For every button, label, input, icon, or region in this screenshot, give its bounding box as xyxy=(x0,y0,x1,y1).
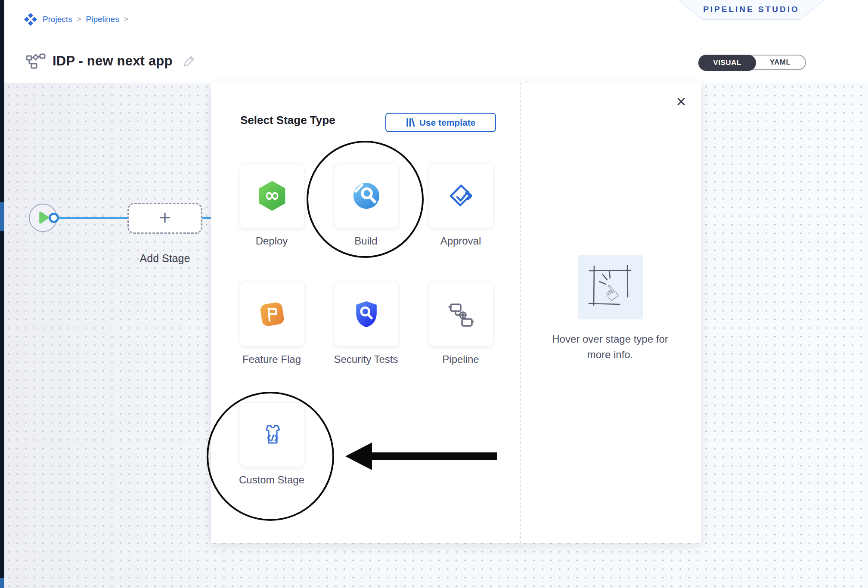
panel-divider xyxy=(520,83,521,543)
connector-line xyxy=(202,217,211,219)
add-stage-label: Add Stage xyxy=(127,252,202,265)
toggle-visual-option[interactable]: VISUAL xyxy=(698,55,756,71)
top-bar: Projects > Pipelines > PIPELINE STUDIO xyxy=(4,0,868,39)
stage-label-custom-stage: Custom Stage xyxy=(233,473,310,487)
projects-logo-icon xyxy=(23,12,38,27)
modal-title: Select Stage Type xyxy=(240,114,335,127)
feature-flag-icon xyxy=(256,298,288,330)
left-nav-sliver xyxy=(0,0,4,588)
use-template-label: Use template xyxy=(419,118,476,128)
template-icon xyxy=(406,118,415,127)
play-icon xyxy=(40,213,48,222)
stage-card-pipeline[interactable] xyxy=(429,282,493,347)
nav-active-indicator xyxy=(0,202,4,231)
stage-card-deploy[interactable]: ∞ xyxy=(240,164,304,228)
start-node-connector xyxy=(49,213,59,223)
pipeline-stage-icon xyxy=(446,299,477,330)
stage-card-build[interactable] xyxy=(334,164,399,228)
hover-info-illustration: ☝ xyxy=(578,255,643,319)
visual-yaml-toggle[interactable]: VISUAL YAML xyxy=(698,55,806,70)
stage-card-approval[interactable] xyxy=(429,164,493,228)
hover-hint-text: Hover over stage type for more info. xyxy=(541,331,679,362)
select-stage-modal: Select Stage Type Use template ∞ xyxy=(211,83,701,543)
deploy-icon: ∞ xyxy=(256,180,288,212)
page-title: IDP - new next app xyxy=(53,53,173,69)
nav-bottom-indicator xyxy=(0,578,4,588)
approval-icon xyxy=(446,180,477,211)
connector-line xyxy=(58,217,127,219)
security-tests-icon xyxy=(352,299,381,329)
stage-label-feature-flag: Feature Flag xyxy=(233,353,310,366)
breadcrumb: Projects > Pipelines > xyxy=(23,0,128,39)
stage-label-deploy: Deploy xyxy=(229,234,315,248)
stage-card-feature-flag[interactable] xyxy=(240,282,304,347)
stage-label-pipeline: Pipeline xyxy=(418,353,504,366)
breadcrumb-pipelines[interactable]: Pipelines xyxy=(86,15,119,24)
build-icon xyxy=(351,181,381,211)
breadcrumb-separator: > xyxy=(124,15,128,24)
add-stage-button[interactable]: + xyxy=(127,203,202,234)
title-bar: IDP - new next app VISUAL YAML xyxy=(4,39,868,83)
plus-icon: + xyxy=(159,207,171,227)
svg-text:∞: ∞ xyxy=(264,184,280,206)
use-template-button[interactable]: Use template xyxy=(385,113,496,132)
pipeline-studio-page: Projects > Pipelines > PIPELINE STUDIO I… xyxy=(0,0,868,588)
breadcrumb-projects[interactable]: Projects xyxy=(43,15,72,24)
stage-card-custom-stage[interactable] xyxy=(240,402,304,467)
stage-label-build: Build xyxy=(323,234,409,248)
edit-pencil-icon[interactable] xyxy=(183,55,195,67)
stage-card-security-tests[interactable] xyxy=(334,282,399,347)
toggle-yaml-option[interactable]: YAML xyxy=(755,56,805,69)
stage-label-approval: Approval xyxy=(418,234,504,248)
custom-stage-icon xyxy=(257,419,288,450)
pipeline-studio-badge-label: PIPELINE STUDIO xyxy=(679,0,824,19)
stage-label-security-tests: Security Tests xyxy=(327,353,405,366)
breadcrumb-separator: > xyxy=(77,15,81,24)
pipeline-studio-badge: PIPELINE STUDIO xyxy=(678,0,825,20)
close-icon[interactable]: ✕ xyxy=(673,93,690,110)
pipeline-graph-icon xyxy=(26,53,46,70)
